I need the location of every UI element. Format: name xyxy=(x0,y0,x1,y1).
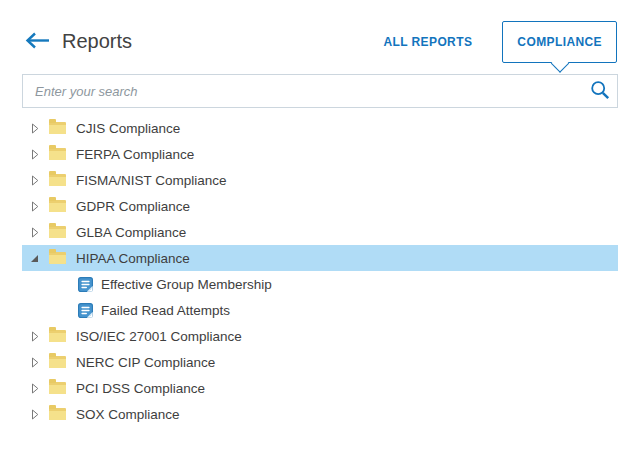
tab-bar: ALL REPORTS COMPLIANCE xyxy=(383,21,617,63)
chevron-right-icon[interactable] xyxy=(29,227,40,238)
report-icon xyxy=(78,277,93,292)
tree-item-fisma-nist[interactable]: FISMA/NIST Compliance xyxy=(22,167,618,193)
tree-item-iso-iec-27001[interactable]: ISO/IEC 27001 Compliance xyxy=(22,323,618,349)
folder-icon xyxy=(49,330,66,342)
tree-item-label: Failed Read Attempts xyxy=(101,303,230,318)
folder-icon xyxy=(49,408,66,420)
search-input[interactable] xyxy=(23,75,583,107)
tree-item-label: GDPR Compliance xyxy=(76,199,190,214)
chevron-right-icon[interactable] xyxy=(29,409,40,420)
tree-item-label: PCI DSS Compliance xyxy=(76,381,205,396)
tree-item-label: CJIS Compliance xyxy=(76,121,180,136)
folder-icon xyxy=(49,148,66,160)
tab-compliance-label: COMPLIANCE xyxy=(517,35,602,49)
header: Reports ALL REPORTS COMPLIANCE xyxy=(0,0,640,74)
back-button[interactable] xyxy=(24,33,50,51)
search-icon xyxy=(590,80,610,103)
tree-item-label: GLBA Compliance xyxy=(76,225,186,240)
tree-item-label: ISO/IEC 27001 Compliance xyxy=(76,329,242,344)
chevron-right-icon[interactable] xyxy=(29,201,40,212)
tree-item-failed-read-attempts[interactable]: Failed Read Attempts xyxy=(22,297,618,323)
chevron-right-icon[interactable] xyxy=(29,149,40,160)
tree-item-effective-group-membership[interactable]: Effective Group Membership xyxy=(22,271,618,297)
tree-item-ferpa[interactable]: FERPA Compliance xyxy=(22,141,618,167)
tree-item-pci-dss[interactable]: PCI DSS Compliance xyxy=(22,375,618,401)
search-box xyxy=(22,74,618,108)
tree-item-sox[interactable]: SOX Compliance xyxy=(22,401,618,427)
chevron-right-icon[interactable] xyxy=(29,357,40,368)
chevron-right-icon[interactable] xyxy=(29,175,40,186)
tree-item-label: FISMA/NIST Compliance xyxy=(76,173,227,188)
tree-item-gdpr[interactable]: GDPR Compliance xyxy=(22,193,618,219)
tab-selected-caret xyxy=(550,54,568,72)
page-title: Reports xyxy=(62,30,132,53)
folder-icon xyxy=(49,122,66,134)
folder-icon xyxy=(49,252,66,264)
folder-icon xyxy=(49,174,66,186)
tree-item-label: FERPA Compliance xyxy=(76,147,194,162)
folder-icon xyxy=(49,356,66,368)
tree-item-nerc-cip[interactable]: NERC CIP Compliance xyxy=(22,349,618,375)
report-icon xyxy=(78,303,93,318)
tab-compliance[interactable]: COMPLIANCE xyxy=(502,21,617,63)
arrow-left-icon xyxy=(25,32,50,53)
tree-item-hipaa[interactable]: HIPAA Compliance xyxy=(22,245,618,271)
tree-item-label: NERC CIP Compliance xyxy=(76,355,215,370)
chevron-expanded-icon[interactable] xyxy=(29,254,40,263)
tree-item-glba[interactable]: GLBA Compliance xyxy=(22,219,618,245)
search-button[interactable] xyxy=(583,75,617,107)
tree-item-cjis[interactable]: CJIS Compliance xyxy=(22,115,618,141)
chevron-right-icon[interactable] xyxy=(29,331,40,342)
folder-icon xyxy=(49,226,66,238)
folder-icon xyxy=(49,382,66,394)
tab-all-reports[interactable]: ALL REPORTS xyxy=(383,35,472,49)
tree-item-label: SOX Compliance xyxy=(76,407,180,422)
report-tree: CJIS Compliance FERPA Compliance FISMA/N… xyxy=(22,115,618,427)
folder-icon xyxy=(49,200,66,212)
tree-item-label: HIPAA Compliance xyxy=(76,251,190,266)
tree-item-label: Effective Group Membership xyxy=(101,277,272,292)
chevron-right-icon[interactable] xyxy=(29,383,40,394)
chevron-right-icon[interactable] xyxy=(29,123,40,134)
